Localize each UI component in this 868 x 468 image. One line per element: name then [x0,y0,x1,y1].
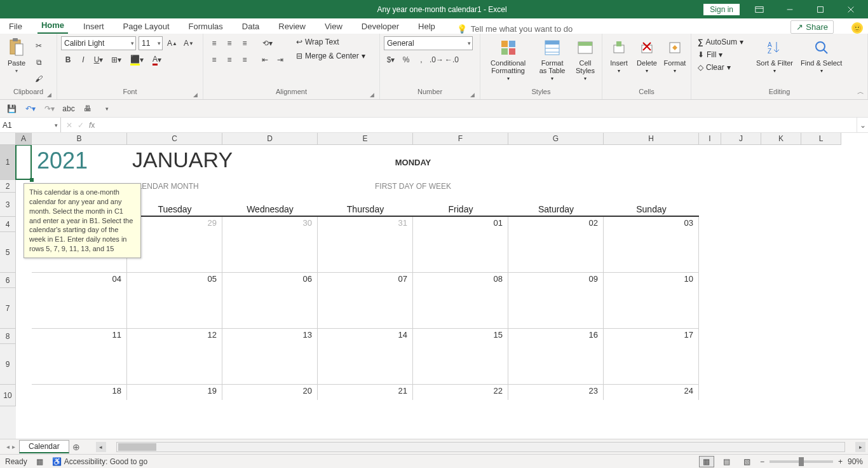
page-break-view-button[interactable]: ▧ [740,456,755,467]
orientation-button[interactable]: ⟲▾ [261,36,275,50]
save-button[interactable]: 💾 [4,102,19,116]
column-header[interactable]: H [604,133,699,145]
calendar-date-cell[interactable]: 09 [508,273,604,288]
alignment-dialog-icon[interactable]: ◢ [370,92,374,98]
tab-home[interactable]: Home [37,19,68,34]
minimize-icon[interactable] [775,1,804,18]
column-header[interactable]: G [508,133,604,145]
percent-button[interactable]: % [399,53,413,67]
ribbon-display-icon[interactable] [745,1,774,18]
tab-developer[interactable]: Developer [358,20,403,34]
comma-button[interactable]: , [414,53,428,67]
number-format-combo[interactable]: General [384,36,473,50]
sheet-tab-calendar[interactable]: Calendar [19,440,69,453]
column-header[interactable]: B [32,133,127,145]
row-header[interactable]: 9 [0,344,16,385]
calendar-date-cell[interactable]: 04 [32,273,127,288]
select-all-corner[interactable] [0,133,16,145]
underline-button[interactable]: U▾ [92,53,105,67]
calendar-note-cell[interactable] [127,288,222,329]
calendar-note-cell[interactable] [413,344,508,385]
calendar-date-cell[interactable]: 07 [318,273,413,288]
font-name-combo[interactable]: Calibri Light [61,36,136,50]
calendar-date-cell[interactable]: 11 [32,329,127,344]
calendar-note-cell[interactable] [508,288,604,329]
tab-page-layout[interactable]: Page Layout [119,20,173,34]
calendar-date-cell[interactable]: 05 [127,273,222,288]
hscroll-right-icon[interactable]: ▸ [855,442,865,452]
year-cell[interactable]: 2021 [32,145,127,180]
calendar-date-cell[interactable]: 16 [508,329,604,344]
redo-button[interactable]: ↷▾ [42,102,57,116]
zoom-slider[interactable] [770,460,833,463]
fill-button[interactable]: ⬇ Fill ▾ [695,49,746,60]
conditional-formatting-button[interactable]: Conditional Formatting▾ [484,36,532,83]
calendar-date-cell[interactable]: 17 [604,329,699,344]
increase-decimal-button[interactable]: .0→ [430,53,444,67]
calendar-note-cell[interactable] [318,232,413,273]
column-header[interactable]: D [222,133,318,145]
calendar-date-cell[interactable]: 20 [222,385,318,400]
delete-cells-button[interactable]: Delete▾ [634,36,660,75]
find-select-button[interactable]: Find & Select▾ [798,36,844,75]
font-dialog-icon[interactable]: ◢ [193,92,198,98]
formula-bar[interactable] [100,118,857,132]
calendar-note-cell[interactable] [222,288,318,329]
row-header[interactable]: 2 [0,180,16,193]
zoom-in-button[interactable]: + [838,457,843,466]
align-center-button[interactable]: ≡ [222,53,236,67]
calendar-note-cell[interactable] [508,232,604,273]
calendar-date-cell[interactable]: 24 [604,385,699,400]
undo-button[interactable]: ↶▾ [23,102,38,116]
zoom-level[interactable]: 90% [848,457,863,466]
bold-button[interactable]: B [61,53,75,67]
calendar-date-cell[interactable]: 22 [413,385,508,400]
calendar-note-cell[interactable] [32,344,127,385]
tab-view[interactable]: View [321,20,346,34]
calendar-note-cell[interactable] [318,288,413,329]
name-box[interactable]: A1 [0,118,61,132]
calendar-date-cell[interactable]: 31 [318,217,413,232]
calendar-date-cell[interactable]: 21 [318,385,413,400]
insert-cells-button[interactable]: Insert▾ [606,36,632,75]
tab-data[interactable]: Data [238,20,263,34]
hscroll-left-icon[interactable]: ◂ [96,442,106,452]
cell-styles-button[interactable]: Cell Styles▾ [573,36,598,83]
calendar-date-cell[interactable]: 01 [413,217,508,232]
number-dialog-icon[interactable]: ◢ [470,92,475,98]
column-header[interactable]: A [16,133,32,145]
hscroll-thumb[interactable] [118,443,156,451]
row-header[interactable]: 5 [0,232,16,273]
paste-button[interactable]: Paste ▾ [4,36,29,75]
fx-icon[interactable]: fx [89,121,95,130]
page-layout-view-button[interactable]: ▤ [719,456,735,467]
tab-review[interactable]: Review [275,20,309,34]
calendar-note-cell[interactable] [604,232,699,273]
qat-customize-icon[interactable]: ▾ [99,102,114,116]
calendar-date-cell[interactable]: 30 [222,217,318,232]
maximize-icon[interactable] [806,1,835,18]
spellcheck-button[interactable]: abc [61,102,76,116]
decrease-indent-button[interactable]: ⇤ [258,53,272,67]
feedback-icon[interactable]: 🙂 [851,22,863,34]
column-header[interactable]: C [127,133,222,145]
calendar-note-cell[interactable] [32,288,127,329]
align-bottom-button[interactable]: ≡ [238,36,252,50]
first-day-cell[interactable]: MONDAY [318,145,508,180]
row-header[interactable]: 1 [0,145,16,180]
row-header[interactable]: 4 [0,217,16,232]
worksheet-grid[interactable]: ABCDEFGHIJKL 12345678910 2021JANUARYMOND… [0,133,868,439]
row-header[interactable]: 6 [0,273,16,288]
tab-help[interactable]: Help [414,20,439,34]
row-header[interactable]: 10 [0,385,16,406]
decrease-decimal-button[interactable]: ←.0 [445,53,459,67]
month-cell[interactable]: JANUARY [127,145,318,180]
calendar-date-cell[interactable]: 15 [413,329,508,344]
decrease-font-button[interactable]: A▼ [182,36,196,50]
calendar-note-cell[interactable] [413,232,508,273]
accessibility-status[interactable]: ♿ Accessibility: Good to go [52,457,147,466]
calendar-note-cell[interactable] [222,344,318,385]
cancel-formula-icon[interactable]: ✕ [66,121,72,130]
expand-formula-bar-icon[interactable]: ⌄ [857,118,868,132]
row-header[interactable]: 7 [0,288,16,329]
